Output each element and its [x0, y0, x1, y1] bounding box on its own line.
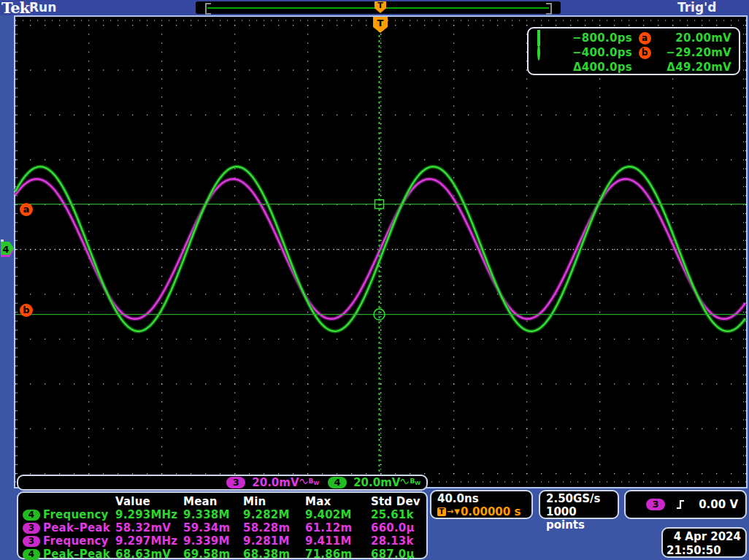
col-min: Min	[243, 495, 305, 508]
record-window-left-bracket[interactable]	[205, 3, 211, 15]
col-value: Value	[115, 495, 183, 508]
cursor-a-time: −800.0ps	[572, 31, 632, 45]
cursor-a-marker[interactable]: a	[20, 203, 33, 216]
trigger-status: Trig'd	[677, 0, 716, 15]
trigger-level: 0.00 V	[699, 498, 738, 511]
triangle-down-icon: ▼	[454, 505, 460, 518]
measurement-row[interactable]: 4 Peak–Peak68.63mV 69.58m68.38m 71.86m68…	[23, 548, 423, 560]
acquisition-preview-bar[interactable]: T	[196, 1, 561, 14]
cursor-delta-value: Δ49.20mV	[667, 61, 734, 74]
record-window-right-bracket[interactable]	[546, 3, 552, 15]
bandwidth-limit-icon: BW	[309, 477, 320, 486]
rising-edge-icon	[675, 499, 685, 510]
trigger-t-icon: T	[437, 507, 446, 516]
cursor-a-square-icon	[537, 30, 540, 46]
svg-text:4: 4	[2, 244, 9, 255]
acquisition-status[interactable]: Run	[29, 0, 56, 15]
trigger-source-badge: 3	[646, 499, 665, 510]
cursor-a-value: 20.00mV	[675, 31, 734, 45]
measurement-table: Value Mean Min Max Std Dev 4 Frequency9.…	[17, 491, 428, 559]
trigger-box[interactable]: 3 0.00 V	[624, 490, 747, 519]
channel-scale-bar: 3 20.0mVBW 4 20.0mVBW	[17, 475, 428, 491]
cursor-a-badge: a	[639, 32, 651, 45]
col-mean: Mean	[183, 495, 243, 508]
bandwidth-limit-icon: BW	[410, 477, 420, 486]
waveform-screen	[14, 15, 748, 488]
channel-4-ground-marker	[1, 242, 14, 255]
sample-rate: 2.50GS/s	[546, 492, 618, 505]
ac-coupling-icon	[400, 478, 410, 485]
channel-3-scale[interactable]: 3 20.0mVBW	[226, 476, 319, 489]
ac-coupling-icon	[299, 478, 309, 485]
datetime-box: 4 Apr 2024 21:50:50	[661, 527, 747, 558]
measurement-header-row: Value Mean Min Max Std Dev	[23, 495, 423, 508]
cursor-b-value: −29.20mV	[666, 46, 734, 59]
top-status-bar: Tek Run T Trig'd	[0, 0, 749, 15]
oscilloscope-display: Tek Run T Trig'd T4 a b −800.0ps a 20.00…	[0, 0, 749, 560]
timebase-scale: 40.0ns	[437, 492, 531, 505]
col-stddev: Std Dev	[371, 495, 423, 508]
channel-4-scale[interactable]: 4 20.0mVBW	[328, 476, 420, 489]
channel-3-ground-marker	[1, 244, 14, 257]
measurement-row[interactable]: 4 Frequency9.293MHz 9.338M9.282M 9.402M2…	[23, 508, 423, 521]
cursor-readout-box: −800.0ps a 20.00mV −400.0ps b −29.20mV Δ…	[527, 27, 740, 75]
cursor-b-badge: b	[639, 47, 651, 59]
tek-logo: Tek	[1, 0, 29, 17]
arrow-right-icon: →	[447, 505, 453, 518]
measurement-row[interactable]: 3 Frequency9.297MHz 9.339M9.281M 9.411M2…	[23, 534, 423, 548]
cursor-b-readout: −400.0ps b −29.20mV	[537, 45, 734, 60]
cursor-b-time: −400.0ps	[572, 46, 632, 59]
cursor-b-circle-icon	[537, 45, 540, 61]
date-label: 4 Apr 2024	[667, 530, 741, 544]
measurement-row[interactable]: 3 Peak–Peak58.32mV 59.34m58.28m 61.12m66…	[23, 521, 423, 534]
record-length: 1000 points	[546, 505, 618, 532]
channel-3-badge[interactable]: 3	[226, 477, 245, 488]
cursor-b-marker[interactable]: b	[20, 304, 33, 317]
cursor-a-readout: −800.0ps a 20.00mV	[537, 31, 734, 45]
acquisition-box[interactable]: 2.50GS/s 1000 points	[539, 490, 619, 519]
timebase-box[interactable]: 40.0ns T→▼0.00000 s	[430, 490, 533, 519]
time-label: 21:50:50	[667, 544, 741, 558]
cursor-delta-time: Δ400.0ps	[573, 61, 632, 74]
cursor-delta-readout: Δ400.0ps Δ49.20mV	[537, 60, 734, 74]
col-max: Max	[305, 495, 371, 508]
trigger-position-bar-icon[interactable]: T	[374, 1, 386, 13]
channel-ground-markers[interactable]: 4	[1, 239, 14, 257]
timebase-position: T→▼0.00000 s	[437, 505, 531, 518]
channel-4-badge[interactable]: 4	[328, 477, 347, 488]
